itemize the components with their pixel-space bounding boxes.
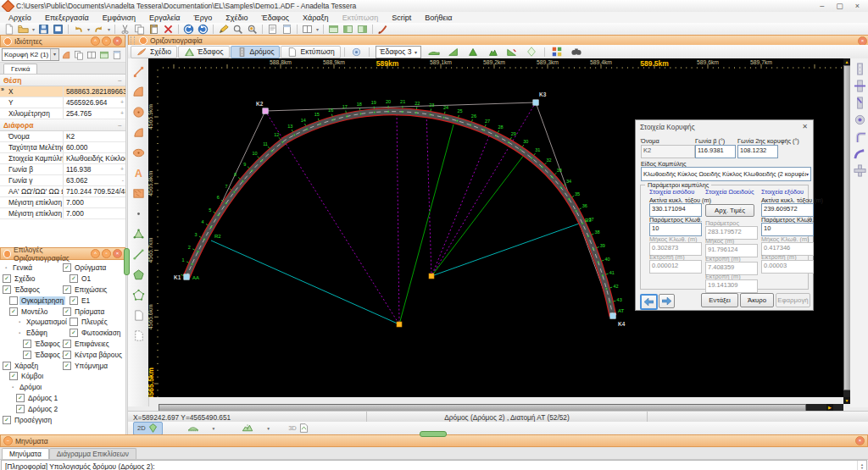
property-row[interactable]: Γωνία γ63.062-	[0, 175, 125, 186]
minimize-button[interactable]: –	[820, 2, 824, 10]
tree-item-χρωματισμοί[interactable]: ▪Χρωματισμοί	[3, 317, 63, 328]
tree-item-δρόμος-2[interactable]: ✓Δρόμος 2	[3, 403, 63, 414]
redo-dropdown-icon[interactable]: ▾	[106, 26, 112, 32]
pencil-button[interactable]	[216, 24, 231, 35]
tab-superelevation-diagram[interactable]: Διάγραμμα Επικλίσεων	[49, 448, 136, 459]
ok-button[interactable]: Εντάξει	[701, 293, 738, 307]
print-preview-button[interactable]	[265, 24, 280, 35]
checkbox[interactable]: ✓	[70, 296, 78, 305]
tool-polygon-filled-button[interactable]	[130, 264, 147, 285]
tree-item-δρόμοι[interactable]: ▪Δρόμοι	[3, 382, 63, 393]
scroll-right-icon[interactable]: ▶	[826, 404, 833, 411]
terrain-flat-button[interactable]	[425, 46, 443, 58]
next-vertex-button[interactable]	[659, 294, 675, 308]
split-window-button[interactable]	[300, 24, 314, 35]
drag-handle[interactable]	[131, 36, 135, 45]
checkbox[interactable]: ✓	[3, 416, 11, 424]
property-row[interactable]: Ταχύτητα Μελέτης60.000	[0, 142, 125, 153]
property-row[interactable]: Γωνία β116.938+	[0, 164, 125, 175]
menu-εκτύπωση[interactable]: Εκτύπωση	[336, 13, 386, 23]
property-row[interactable]: Μέγιστη επίκλιση καμ7.000	[0, 197, 125, 208]
section-view-button[interactable]	[232, 422, 263, 435]
menu-βοήθεια[interactable]: Βοήθεια	[418, 13, 459, 23]
field-value[interactable]: 10	[761, 223, 814, 236]
tree-item-χάραξη[interactable]: ✓Χάραξη	[3, 360, 63, 371]
tree-item-επιφάνειες[interactable]: ✓Επιφάνειες	[63, 339, 123, 350]
property-value[interactable]: 60.000	[64, 142, 125, 152]
vertex-tool-button[interactable]	[59, 49, 72, 61]
close-icon[interactable]: ×	[113, 249, 122, 258]
road-curve-button[interactable]	[852, 147, 867, 161]
new-file-button[interactable]	[2, 24, 16, 35]
tree-item-ορύγματα[interactable]: ✓Ορύγματα	[63, 263, 123, 274]
tree-item-ο1[interactable]: ✓Ο1	[63, 274, 123, 285]
dialog-close-icon[interactable]: ✕	[802, 123, 813, 130]
checkbox[interactable]: ✓	[70, 274, 78, 283]
checkbox[interactable]: ✓	[3, 274, 11, 283]
checkbox[interactable]: ✓	[3, 362, 11, 370]
road-straight-button[interactable]	[852, 62, 867, 76]
edit-properties-button[interactable]	[110, 49, 123, 61]
checkbox[interactable]: ✓	[16, 405, 25, 413]
property-value[interactable]: Κλωθοειδής Κύκλος Ωοει	[64, 153, 125, 163]
tree-item-σχέδιο[interactable]: ✓Σχέδιο	[3, 274, 63, 285]
dock-icon[interactable]: ▫	[102, 36, 111, 46]
property-row[interactable]: ΌνομαK2	[0, 131, 125, 142]
menu-εμφάνιση[interactable]: Εμφάνιση	[96, 13, 142, 23]
collapse-icon[interactable]: ˄	[91, 249, 100, 258]
property-row[interactable]: Χιλιομέτρηση254.765+	[0, 108, 125, 119]
property-value[interactable]: 710.244 709.524/484.68	[64, 186, 125, 196]
initial-values-button[interactable]: Αρχ. Τιμές	[705, 204, 754, 217]
plan-button-δρόμος[interactable]: Δρόμος	[231, 46, 281, 58]
road-section-button[interactable]	[852, 79, 867, 93]
checkbox[interactable]: ✓	[3, 285, 11, 294]
collapse-icon[interactable]: ˄	[91, 36, 100, 46]
tab-messages[interactable]: Μηνύματα	[2, 448, 49, 459]
tree-item-πλευρές[interactable]: Πλευρές	[63, 317, 123, 328]
vertical-scrollbar[interactable]: ▲ ▼	[843, 58, 850, 404]
tool-line-button[interactable]	[130, 61, 147, 81]
close-icon[interactable]: ×	[858, 36, 867, 46]
plan-button-εκτύπωση[interactable]: Εκτύπωση	[281, 46, 340, 58]
dialog-title-bar[interactable]: Στοιχεία Κορυφής ✕	[636, 120, 813, 133]
tree-item-δρόμος-1[interactable]: ✓Δρόμος 1	[3, 393, 63, 404]
table-export-button[interactable]	[97, 49, 110, 61]
property-value[interactable]: 4565926.964	[64, 97, 120, 108]
menu-αρχείο[interactable]: Αρχείο	[2, 13, 38, 23]
binoculars-button[interactable]	[567, 46, 586, 58]
redo-button[interactable]	[92, 24, 106, 35]
object-selector[interactable]: Κορυφή Κ2 (1) ▾	[2, 48, 59, 61]
collapse-icon[interactable]: −	[3, 436, 13, 445]
property-row[interactable]: ΑΑ' ΩΩ'/ΩΩ' ΩΩ ΩΩ'710.244 709.524/484.68	[0, 186, 125, 197]
group-header[interactable]: Θέση−	[0, 75, 125, 86]
menu-script[interactable]: Script	[385, 13, 418, 23]
tool-point-button[interactable]	[130, 203, 147, 224]
view-next-button[interactable]	[196, 24, 210, 35]
refresh-view-button[interactable]	[348, 46, 365, 58]
close-icon[interactable]: ×	[855, 436, 865, 445]
tree-item-κόμβοι[interactable]: ✓Κόμβοι	[3, 371, 63, 382]
tool-circle-button[interactable]	[130, 102, 147, 122]
delete-button[interactable]	[161, 24, 175, 35]
view-previous-button[interactable]	[181, 24, 196, 35]
property-value[interactable]: 588863.282189663	[64, 86, 125, 97]
magnifier-button[interactable]	[231, 24, 245, 35]
tool-polygon-button[interactable]	[130, 285, 147, 305]
tree-item-προσέγγιση[interactable]: ✓Προσέγγιση	[3, 414, 63, 425]
menu-έδαφος[interactable]: Έδαφος	[255, 13, 296, 23]
save-view-button[interactable]	[51, 24, 65, 35]
checkbox[interactable]: ✓	[23, 340, 31, 348]
tab-general[interactable]: Γενικά	[3, 64, 37, 74]
checkbox[interactable]: ✓	[63, 351, 71, 359]
tool-sheet-button[interactable]	[130, 305, 147, 325]
menu-εργαλεία[interactable]: Εργαλεία	[142, 13, 187, 23]
angle-2-field[interactable]: 108.1232	[737, 145, 778, 158]
profile-dropdown-icon[interactable]: ▾	[210, 426, 218, 431]
options-panel-header[interactable]: Επιλογές Οριζοντιογραφίας ˄ ▫ ×	[0, 247, 125, 260]
group-header[interactable]: Διάφορα−	[0, 119, 125, 131]
tree-item-έδαφος-1[interactable]: ✓Έδαφος 1	[3, 339, 63, 350]
tree-item-κέντρα-βάρους[interactable]: ✓Κέντρα βάρους	[63, 349, 123, 360]
road-cross-button[interactable]	[852, 163, 867, 178]
property-value[interactable]: K2	[64, 131, 125, 141]
checkbox[interactable]: ✓	[63, 285, 71, 294]
